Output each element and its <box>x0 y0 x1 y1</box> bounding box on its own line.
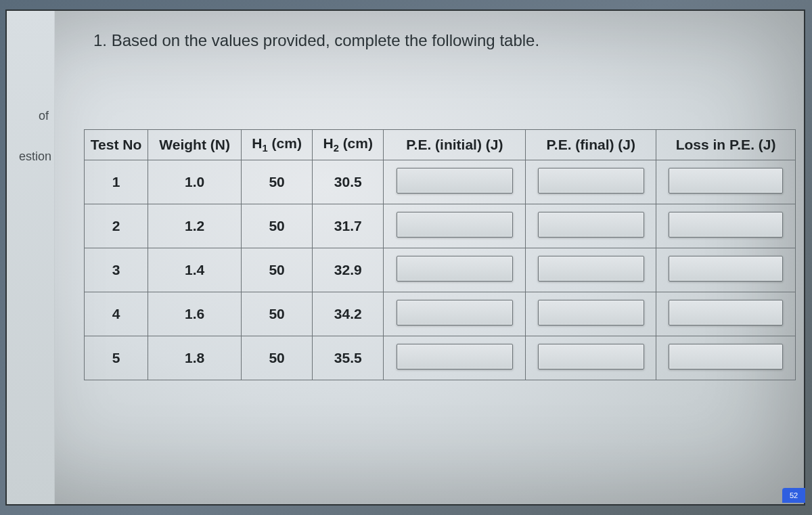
cell-h1: 50 <box>242 248 313 292</box>
table-row: 51.85035.5 <box>85 336 796 380</box>
left-sidebar-fragment: of estion <box>7 11 55 504</box>
pe-final-input[interactable] <box>538 256 645 282</box>
corner-badge: 52 <box>782 488 805 503</box>
pe-final-input-cell <box>526 336 656 380</box>
pe-initial-input[interactable] <box>397 212 513 238</box>
loss-input-cell <box>656 336 796 380</box>
cell-weight: 1.6 <box>148 292 242 336</box>
loss-input-cell <box>656 248 796 292</box>
pe-final-input-cell <box>526 204 656 248</box>
sidebar-text-estion: estion <box>4 150 51 164</box>
cell-test-no: 4 <box>85 292 148 336</box>
col-header-weight: Weight (N) <box>148 130 242 160</box>
pe-final-input[interactable] <box>538 300 645 326</box>
pe-initial-input-cell <box>384 160 526 204</box>
loss-input[interactable] <box>669 256 782 282</box>
cell-weight: 1.2 <box>148 204 242 248</box>
loss-input[interactable] <box>669 212 782 238</box>
cell-h2: 31.7 <box>313 204 384 248</box>
loss-input[interactable] <box>669 300 782 326</box>
pe-initial-input[interactable] <box>397 168 513 194</box>
col-header-pe-initial: P.E. (initial) (J) <box>384 130 526 160</box>
table-row: 31.45032.9 <box>85 248 796 292</box>
pe-initial-input[interactable] <box>397 344 513 370</box>
cell-test-no: 5 <box>85 336 148 380</box>
pe-initial-input-cell <box>384 248 526 292</box>
data-table-wrapper: Test No Weight (N) H1 (cm) H2 (cm) P.E. … <box>84 129 796 380</box>
pe-initial-input[interactable] <box>397 300 513 326</box>
cell-test-no: 2 <box>85 204 148 248</box>
cell-test-no: 1 <box>85 160 148 204</box>
table-row: 21.25031.7 <box>85 204 796 248</box>
cell-h2: 32.9 <box>313 248 384 292</box>
data-table: Test No Weight (N) H1 (cm) H2 (cm) P.E. … <box>84 129 796 380</box>
pe-initial-input-cell <box>384 204 526 248</box>
loss-input[interactable] <box>669 344 782 370</box>
pe-final-input-cell <box>526 160 656 204</box>
pe-initial-input[interactable] <box>397 256 513 282</box>
sidebar-text-of: of <box>1 109 49 123</box>
cell-weight: 1.8 <box>148 336 242 380</box>
pe-initial-input-cell <box>384 336 526 380</box>
cell-h1: 50 <box>242 204 313 248</box>
pe-final-input-cell <box>526 292 656 336</box>
pe-final-input[interactable] <box>538 212 645 238</box>
table-header-row: Test No Weight (N) H1 (cm) H2 (cm) P.E. … <box>85 130 796 160</box>
loss-input-cell <box>656 292 796 336</box>
table-row: 11.05030.5 <box>85 160 796 204</box>
cell-weight: 1.4 <box>148 248 242 292</box>
question-prompt: 1. Based on the values provided, complet… <box>93 31 784 50</box>
content-area: 1. Based on the values provided, complet… <box>80 11 797 504</box>
cell-h2: 35.5 <box>313 336 384 380</box>
cell-h1: 50 <box>242 336 313 380</box>
loss-input-cell <box>656 160 796 204</box>
cell-h2: 30.5 <box>313 160 384 204</box>
col-header-pe-final: P.E. (final) (J) <box>526 130 656 160</box>
col-header-loss: Loss in P.E. (J) <box>656 130 796 160</box>
cell-h2: 34.2 <box>313 292 384 336</box>
cell-weight: 1.0 <box>148 160 242 204</box>
screen-panel: of estion 1. Based on the values provide… <box>5 9 805 506</box>
table-row: 41.65034.2 <box>85 292 796 336</box>
cell-test-no: 3 <box>85 248 148 292</box>
loss-input-cell <box>656 204 796 248</box>
pe-final-input[interactable] <box>538 344 645 370</box>
cell-h1: 50 <box>242 160 313 204</box>
col-header-test-no: Test No <box>85 130 148 160</box>
col-header-h2: H2 (cm) <box>313 130 384 160</box>
col-header-h1: H1 (cm) <box>242 130 313 160</box>
cell-h1: 50 <box>242 292 313 336</box>
pe-final-input-cell <box>526 248 656 292</box>
loss-input[interactable] <box>669 168 782 194</box>
pe-initial-input-cell <box>384 292 526 336</box>
pe-final-input[interactable] <box>538 168 645 194</box>
